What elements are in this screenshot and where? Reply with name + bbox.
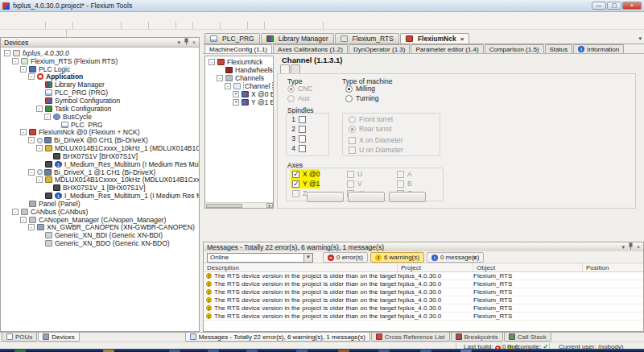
pin-icon[interactable]	[628, 242, 634, 251]
tree-item[interactable]: + X @0 Bi_DriveX	[207, 90, 273, 98]
view-tab[interactable]: Devices	[38, 333, 79, 342]
expander-icon[interactable]: -	[12, 58, 19, 64]
tree-item[interactable]: BHX07S1V_1 [BHX07S1V]	[2, 184, 199, 192]
message-row[interactable]: The RTS device version in the project is…	[204, 313, 643, 321]
axis-option[interactable]: Y @1	[291, 179, 320, 188]
tree-item[interactable]: Symbol Configuration	[2, 97, 199, 105]
axis-option[interactable]: B	[395, 179, 412, 188]
tree-item[interactable]: - PLC Logic	[2, 65, 199, 73]
tree-item[interactable]: 1 I_Medium_Res_Multiturn (I Medium Res M…	[2, 160, 199, 168]
expander-icon[interactable]: -	[225, 83, 231, 89]
radio-option[interactable]: Milling	[344, 84, 379, 93]
config-tab[interactable]	[291, 64, 300, 73]
document-tab[interactable]: FlexiumNck ×	[400, 33, 469, 43]
spindle-checkbox[interactable]	[299, 145, 306, 152]
filter-toggle-button[interactable]: 0 error(s)	[323, 252, 368, 263]
tree-item[interactable]: + Y @1 Bi_DriveX_1	[207, 98, 273, 106]
radio-option[interactable]: Aux	[286, 93, 312, 103]
expander-icon[interactable]: -	[28, 73, 35, 80]
message-row[interactable]: The RTS device version in the project is…	[204, 304, 643, 313]
radio-option[interactable]: Turning	[344, 93, 379, 103]
nck-subtab[interactable]: MachineConfig (1.1)	[204, 44, 272, 53]
tree-item[interactable]: - XN_GWBR_CANOPEN (XN-GWBR-CANOPEN)	[2, 224, 199, 232]
spindle-checkbox[interactable]	[299, 116, 306, 123]
tree-item[interactable]: BHX07S1V [BHX07S1V]	[2, 152, 199, 160]
tab-overflow-icon[interactable]: ▾	[638, 35, 642, 42]
axis-checkbox[interactable]	[397, 180, 404, 188]
radio-option[interactable]: CNC	[286, 84, 312, 93]
tree-item[interactable]: Handwheels	[207, 66, 273, 74]
column-header[interactable]: Position	[583, 263, 642, 272]
filter-toggle-button[interactable]: 6 warning(s)	[370, 252, 424, 263]
document-tab[interactable]: PLC_PRG	[204, 33, 260, 43]
expander-icon[interactable]: -	[20, 129, 27, 135]
document-tab[interactable]: Flexium_RTS	[335, 33, 399, 43]
config-tab[interactable]	[280, 64, 290, 73]
nck-subtab[interactable]: Status	[545, 44, 573, 53]
tool-window-tab[interactable]: Messages - Totally 22 error(s), 6 warnin…	[185, 333, 370, 342]
close-button[interactable]: ×	[622, 2, 642, 10]
tree-item[interactable]: - Task Configuration	[2, 105, 199, 113]
radio-icon[interactable]	[345, 95, 353, 102]
nck-subtab[interactable]: i Information	[573, 44, 624, 53]
message-row[interactable]: The RTS device version in the project is…	[204, 288, 643, 296]
expander-icon[interactable]: -	[36, 176, 43, 183]
tree-item[interactable]: 1 I_Medium_Res_Multiturn_1 (I Medium Res…	[2, 192, 199, 200]
tree-item[interactable]: - CANbus (CANbus)	[2, 208, 199, 216]
action-button[interactable]	[389, 192, 426, 202]
radio-icon[interactable]	[287, 85, 295, 93]
close-icon[interactable]: ×	[637, 244, 640, 251]
nck-subtab[interactable]: DynOperator (1.3)	[349, 44, 410, 53]
axis-option[interactable]: U	[345, 169, 364, 179]
radio-icon[interactable]	[287, 95, 295, 102]
tree-item[interactable]: - FlexiumNck	[207, 58, 273, 66]
tree-item[interactable]: Generic_XN_BDI (Generic XN-BDI)	[2, 231, 199, 239]
axis-checkbox[interactable]	[347, 171, 354, 178]
column-header[interactable]: Object	[473, 263, 583, 272]
chevron-down-icon[interactable]: ▼	[303, 254, 312, 262]
tree-item[interactable]: - Bi_DriveX @0 CH1 (Bi-DriveX)	[2, 136, 199, 144]
message-row[interactable]: The RTS device version in the project is…	[204, 296, 643, 304]
dock-menu-icon[interactable]: ▾	[621, 244, 625, 251]
horizontal-scrollbar[interactable]: ▸	[205, 202, 273, 208]
tab-close-icon[interactable]: ×	[460, 35, 464, 43]
column-header[interactable]: Project	[398, 263, 473, 272]
tree-item[interactable]: Generic_XN_BDO (Generic XN-BDO)	[2, 239, 199, 247]
expander-icon[interactable]: -	[4, 50, 10, 56]
tool-window-tab[interactable]: Breakpoints	[451, 333, 503, 342]
expander-icon[interactable]: -	[12, 209, 19, 215]
tree-item[interactable]: - FlexiumNck @0 (Flexium + NCK)	[2, 128, 199, 136]
expander-icon[interactable]: -	[44, 114, 51, 120]
axis-checkbox[interactable]	[292, 180, 299, 188]
spindle-checkbox[interactable]	[299, 126, 306, 133]
windows-taskbar[interactable]	[0, 349, 644, 352]
maximize-button[interactable]: ▢	[607, 2, 621, 10]
tree-item[interactable]: - Channel 1 CNC	[207, 82, 273, 90]
tree-item[interactable]: - MDLUX014B1Cxxxx_10kHz_1 (MDLUX014B1Cxx…	[2, 144, 199, 152]
scroll-right-icon[interactable]: ▸	[266, 203, 273, 208]
expander-icon[interactable]: -	[36, 145, 43, 151]
tool-window-tab[interactable]: Call Stack	[504, 333, 551, 342]
tree-item[interactable]: - MDLUX014B1Cxxxx_10kHz (MDLUX014B1Cxxxx…	[2, 176, 199, 184]
expander-icon[interactable]: -	[28, 224, 35, 230]
axis-checkbox[interactable]	[397, 171, 404, 178]
expander-icon[interactable]: -	[20, 66, 27, 72]
column-header[interactable]: Description	[204, 263, 398, 272]
expander-icon[interactable]: -	[36, 106, 43, 112]
axis-option[interactable]: X @0	[291, 169, 320, 179]
action-button[interactable]	[307, 192, 344, 202]
tree-item[interactable]: - Application	[2, 73, 199, 81]
axis-option[interactable]: A	[395, 169, 412, 179]
clear-messages-icon[interactable]: ×	[473, 254, 477, 262]
close-icon[interactable]: ×	[192, 39, 196, 46]
expander-icon[interactable]: -	[217, 75, 223, 81]
message-row[interactable]: The RTS device version in the project is…	[204, 272, 643, 280]
tree-item[interactable]: - BusCycle	[2, 113, 199, 121]
tree-item[interactable]: - Bi_DriveX_1 @1 CH1 (Bi-DriveX)	[2, 168, 199, 176]
axis-option[interactable]: V	[345, 179, 364, 188]
minimize-button[interactable]: —	[592, 2, 606, 10]
tree-item[interactable]: - CANopen_Manager (CANopen_Manager)	[2, 216, 199, 224]
tool-window-tab[interactable]: Cross Reference List	[371, 333, 450, 342]
tree-item[interactable]: Panel (Panel)	[2, 200, 199, 208]
axis-checkbox[interactable]	[347, 180, 354, 188]
